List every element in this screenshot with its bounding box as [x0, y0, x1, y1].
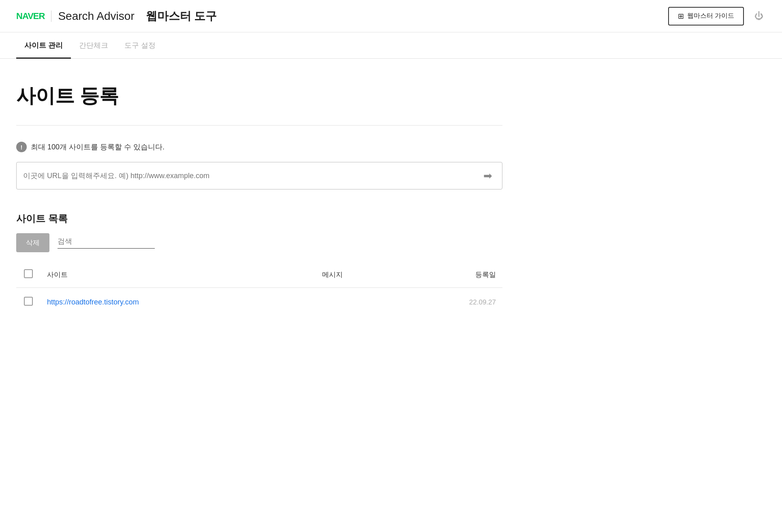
tab-tool-settings[interactable]: 도구 설정 [116, 32, 164, 59]
app-name: Search Advisor [58, 10, 134, 23]
site-table: 사이트 메시지 등록일 https://roadtofree.tistory.c… [16, 262, 502, 317]
col-header-site: 사이트 [41, 262, 259, 288]
url-submit-button[interactable]: ➡ [480, 168, 496, 184]
main-content: 사이트 등록 ! 최대 100개 사이트를 등록할 수 있습니다. ➡ 사이트 … [0, 59, 519, 333]
table-row: https://roadtofree.tistory.com 22.09.27 [16, 288, 502, 317]
col-header-date: 등록일 [405, 262, 502, 288]
power-icon: ⏻ [754, 11, 763, 21]
tab-quick-check[interactable]: 간단체크 [71, 32, 116, 59]
grid-icon: ⊞ [678, 12, 684, 21]
row-checkbox[interactable] [24, 297, 33, 306]
row-checkbox-cell [16, 288, 41, 317]
header-divider [51, 11, 51, 22]
header-left: NAVER Search Advisor 웹마스터 도구 [16, 9, 217, 24]
list-controls: 삭제 [16, 233, 502, 252]
row-message-cell [259, 288, 405, 317]
search-input-wrapper [58, 237, 155, 249]
url-input[interactable] [23, 172, 480, 180]
submit-arrow-icon: ➡ [483, 170, 492, 182]
site-link[interactable]: https://roadtofree.tistory.com [47, 298, 139, 306]
guide-button-label: 웹마스터 가이드 [687, 12, 734, 20]
info-icon: ! [16, 142, 27, 152]
header-checkbox[interactable] [24, 269, 33, 278]
tab-site-management[interactable]: 사이트 관리 [16, 32, 71, 59]
info-row: ! 최대 100개 사이트를 등록할 수 있습니다. [16, 142, 502, 152]
search-input[interactable] [58, 237, 155, 246]
row-site-cell: https://roadtofree.tistory.com [41, 288, 259, 317]
title-divider [16, 125, 502, 126]
col-header-checkbox [16, 262, 41, 288]
col-header-message: 메시지 [259, 262, 405, 288]
header-right: ⊞ 웹마스터 가이드 ⏻ [668, 7, 766, 26]
section-title: 사이트 목록 [16, 212, 502, 225]
nav-tabs: 사이트 관리 간단체크 도구 설정 [0, 32, 782, 59]
page-subtitle: 웹마스터 도구 [146, 9, 217, 24]
guide-button[interactable]: ⊞ 웹마스터 가이드 [668, 7, 744, 26]
row-date-cell: 22.09.27 [405, 288, 502, 317]
url-input-wrapper: ➡ [16, 162, 502, 189]
info-text: 최대 100개 사이트를 등록할 수 있습니다. [31, 142, 165, 152]
page-title: 사이트 등록 [16, 83, 502, 109]
naver-logo: NAVER [16, 11, 45, 21]
delete-button[interactable]: 삭제 [16, 233, 49, 252]
table-header-row: 사이트 메시지 등록일 [16, 262, 502, 288]
header: NAVER Search Advisor 웹마스터 도구 ⊞ 웹마스터 가이드 … [0, 0, 782, 32]
power-button[interactable]: ⏻ [752, 9, 766, 24]
